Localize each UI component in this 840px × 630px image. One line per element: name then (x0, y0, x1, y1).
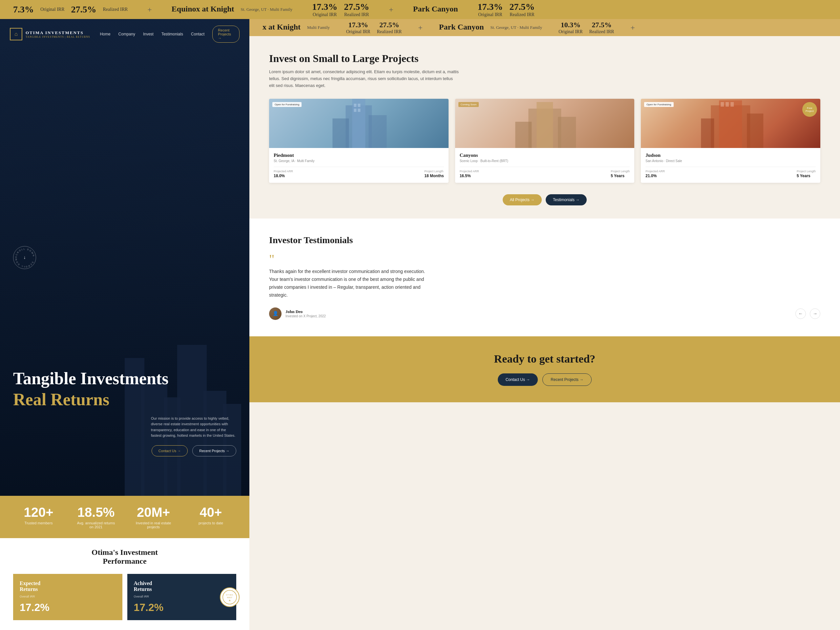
projects-section-desc: Lorem ipsum dolor sit amet, consectetur … (269, 69, 459, 89)
cta-section: Ready to get started? Contact Us → Recen… (249, 336, 840, 402)
ticker-group1: Original IRR (40, 7, 65, 12)
next-arrow[interactable]: → (810, 308, 820, 319)
ticker-r2-sep2: + (631, 23, 635, 32)
canyons-divider (460, 167, 630, 167)
ticker-r2-group4: 27.5% Realized IRR (589, 21, 614, 35)
canyons-length: Project Length 5 Years (611, 170, 630, 178)
hero-description: Our mission is to provide access to high… (151, 416, 236, 439)
stat-members: 120+ Trusted members (10, 505, 67, 529)
piedmont-stats: Projected ARR 18.0% Project Length 18 Mo… (274, 170, 444, 178)
ticker-irr1: 7.3% (13, 4, 34, 15)
ticker-r2-group1: 17.3% Original IRR (346, 21, 371, 35)
stat-members-label: Trusted members (10, 521, 67, 525)
judson-arr-value: 21.0% (646, 174, 665, 178)
performance-title: Otima's InvestmentPerformance (13, 548, 236, 566)
hero-projects-button[interactable]: Recent Projects → (192, 445, 236, 456)
svg-rect-8 (368, 115, 387, 148)
stat-invested: 20M+ Invested in real estateprojects (125, 505, 182, 529)
canyons-name: Canyons (460, 153, 630, 158)
performance-section: Otima's InvestmentPerformance ExpectedRe… (0, 538, 249, 630)
nav-contact[interactable]: Contact (191, 32, 204, 36)
ticker-r2-name2: Park Canyon (439, 23, 484, 32)
judson-stats: Projected ARR 21.0% Project Length 5 Yea… (646, 170, 816, 178)
hero-contact-button[interactable]: Contact Us → (152, 445, 188, 456)
project-card-canyons[interactable]: Coming Soon Canyons Scenic Loop · Built-… (455, 99, 635, 183)
achieved-returns-title: AchivedReturns (134, 581, 230, 592)
ticker-r2-sub2: St. George, UT · Multi Family (491, 25, 542, 30)
testimonial-quote: Thanks again for the excellent investor … (269, 268, 433, 299)
right-scrollable-content[interactable]: Invest on Small to Large Projects Lorem … (249, 36, 840, 630)
navigation: ⌂ OTIMA INVESTMENTS TANGIBLE INVESTMENTS… (0, 19, 249, 49)
svg-rect-10 (358, 104, 360, 107)
nav-home[interactable]: Home (100, 32, 111, 36)
canyons-location: Scenic Loop · Built-to-Rent (BRT) (460, 159, 630, 163)
logo-text: OTIMA INVESTMENTS TANGIBLE INVESTMENTS |… (25, 30, 90, 38)
right-panel: x at Knight Multi Family 17.3% Original … (249, 19, 840, 630)
performance-cards: ExpectedReturns Overall IRR 17.2% OTIMA … (13, 574, 236, 620)
stat-members-number: 120+ (10, 505, 67, 520)
ticker-item-park: Park Canyon (413, 5, 458, 14)
ticker-r2-item2: Park Canyon St. George, UT · Multi Famil… (439, 23, 542, 33)
logo-name: OTIMA INVESTMENTS (25, 30, 90, 35)
quote-mark-icon: " (269, 255, 820, 263)
ticker-item-2: 17.3% Original IRR 27.5% Realized IRR (312, 2, 369, 17)
judson-name: Judson (646, 153, 816, 158)
nav-testimonials[interactable]: Testimonials (161, 32, 183, 36)
canyons-info: Canyons Scenic Loop · Built-to-Rent (BRT… (455, 148, 635, 183)
ticker-group2: Realized IRR (103, 7, 128, 12)
canyons-arr: Projected ARR 16.5% (460, 170, 479, 178)
cta-projects-button[interactable]: Recent Projects → (542, 373, 592, 386)
svg-text:SCROLL DOWN · SCROLL DOWN ·: SCROLL DOWN · SCROLL DOWN · (13, 246, 35, 268)
canyons-arr-label: Projected ARR (460, 170, 479, 173)
svg-text:INVEST: INVEST (227, 597, 233, 598)
ticker-r2-sub1: Multi Family (307, 25, 330, 30)
svg-rect-15 (515, 122, 532, 148)
hero-title2: Real Returns (13, 390, 236, 409)
author-avatar: 👤 (269, 308, 281, 320)
projects-action-buttons: All Projects → Testimonials → (269, 194, 820, 205)
project-card-judson[interactable]: Open for Fundraising FreeProject (641, 99, 820, 183)
ticker-group3: 17.3% Original IRR (312, 2, 337, 17)
logo-tagline: TANGIBLE INVESTMENTS | REAL RETURNS (25, 35, 90, 38)
testimonials-button[interactable]: Testimonials → (546, 194, 587, 205)
testimonials-section: Investor Testimonials " Thanks again for… (249, 218, 840, 336)
stat-projects: 40+ projects to date (182, 505, 240, 529)
projects-section-title: Invest on Small to Large Projects (269, 52, 820, 65)
piedmont-arr: Projected ARR 18.0% (274, 170, 293, 178)
svg-rect-12 (358, 109, 360, 112)
canyons-arr-value: 16.5% (460, 174, 479, 178)
ticker-sep1: + (147, 5, 152, 14)
scroll-indicator: SCROLL DOWN · SCROLL DOWN · ↓ (13, 246, 36, 269)
svg-rect-18 (719, 100, 742, 148)
nav-recent-projects-button[interactable]: Recent Projects → (212, 25, 240, 43)
svg-rect-11 (354, 109, 356, 112)
svg-rect-7 (332, 118, 349, 148)
achieved-irr-value: 17.2% (134, 602, 230, 614)
cta-contact-button[interactable]: Contact Us → (498, 373, 538, 386)
author-role: Invested on X Project, 2022 (286, 314, 326, 318)
logo-circle-svg: OTIMA INVEST (222, 590, 237, 605)
piedmont-name: Piedmont (274, 153, 444, 158)
project-card-piedmont[interactable]: Open for Fundraising (269, 99, 448, 183)
stat-returns: 18.5% Avg. annualized returnson 2021 (67, 505, 125, 529)
ticker-item-1: 7.3% Original IRR 27.5% Realized IRR (13, 4, 128, 15)
hero-buttons: Contact Us → Recent Projects → (152, 445, 236, 456)
prev-arrow[interactable]: ← (795, 308, 806, 319)
svg-text:OTIMA: OTIMA (226, 594, 233, 596)
ticker-row2-content: x at Knight Multi Family 17.3% Original … (249, 21, 648, 35)
stats-bar: 120+ Trusted members 18.5% Avg. annualiz… (0, 496, 249, 538)
judson-length: Project Length 5 Years (797, 170, 816, 178)
piedmont-info: Piedmont St. George, IA · Multi Family P… (269, 148, 448, 183)
svg-rect-9 (354, 104, 356, 107)
testimonials-title: Investor Testimonials (269, 235, 820, 245)
cta-buttons: Contact Us → Recent Projects → (269, 373, 820, 386)
nav-company[interactable]: Company (118, 32, 135, 36)
logo: ⌂ OTIMA INVESTMENTS TANGIBLE INVESTMENTS… (10, 28, 90, 40)
nav-invest[interactable]: Invest (143, 32, 153, 36)
piedmont-length-label: Project Length (424, 170, 444, 173)
svg-rect-19 (701, 118, 714, 148)
expected-returns-title: ExpectedReturns (20, 581, 116, 592)
all-projects-button[interactable]: All Projects → (503, 194, 542, 205)
ticker-irr2: 27.5% (71, 4, 96, 15)
ticker-group6: 27.5% Realized IRR (510, 2, 535, 17)
